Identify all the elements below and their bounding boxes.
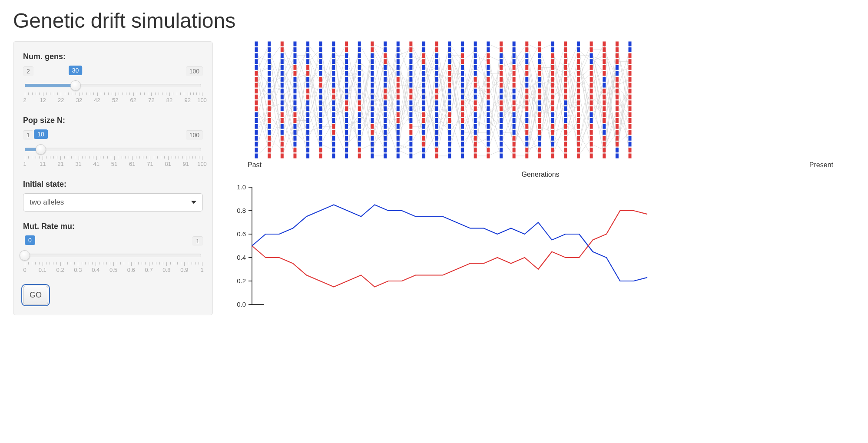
svg-rect-771: [371, 106, 374, 111]
svg-line-251: [411, 103, 424, 109]
svg-rect-1096: [577, 136, 580, 141]
svg-rect-1112: [590, 112, 593, 117]
svg-rect-613: [268, 118, 271, 123]
svg-rect-682: [319, 53, 322, 58]
svg-rect-993: [513, 118, 516, 123]
svg-rect-1102: [590, 53, 593, 58]
svg-rect-888: [448, 89, 451, 93]
pop-size-handle[interactable]: [36, 144, 46, 155]
svg-rect-962: [500, 53, 503, 58]
svg-rect-1100: [590, 42, 593, 46]
svg-rect-1157: [616, 142, 619, 146]
svg-rect-1159: [616, 154, 619, 159]
svg-rect-792: [384, 112, 387, 117]
initial-state-select[interactable]: two alleles: [23, 193, 203, 212]
slider-tick-label: 1: [200, 267, 203, 273]
svg-line-226: [398, 44, 411, 79]
svg-rect-1059: [551, 154, 554, 159]
svg-line-304: [450, 50, 463, 68]
svg-line-535: [591, 50, 604, 132]
svg-rect-1166: [629, 77, 632, 82]
controls-sidebar: Num. gens: 2 30 100 21222324252627282921…: [13, 41, 213, 315]
go-button[interactable]: GO: [23, 286, 48, 304]
svg-line-324: [462, 67, 475, 97]
svg-rect-986: [513, 77, 516, 82]
svg-rect-921: [474, 47, 477, 52]
svg-line-166: [359, 67, 372, 79]
slider-tick-label: 51: [111, 161, 117, 167]
svg-rect-967: [500, 83, 503, 88]
svg-rect-997: [513, 142, 516, 146]
svg-line-348: [475, 44, 488, 91]
svg-line-433: [527, 50, 540, 121]
pedigree-present-label: Present: [809, 161, 833, 169]
svg-rect-954: [487, 124, 490, 129]
svg-line-318: [450, 56, 463, 150]
svg-rect-987: [513, 83, 516, 88]
svg-rect-668: [306, 89, 309, 93]
svg-rect-826: [409, 77, 412, 82]
num-gens-handle[interactable]: [70, 80, 81, 91]
svg-line-53: [282, 121, 295, 156]
svg-rect-1154: [616, 124, 619, 129]
svg-rect-599: [255, 154, 258, 159]
svg-rect-975: [500, 130, 503, 135]
svg-rect-1006: [525, 77, 528, 82]
pop-size-slider[interactable]: [23, 143, 203, 155]
svg-rect-1148: [616, 89, 619, 93]
slider-tick-label: 31: [75, 161, 81, 167]
svg-rect-1075: [564, 130, 567, 135]
svg-rect-1005: [525, 71, 528, 76]
svg-rect-1114: [590, 124, 593, 129]
svg-rect-943: [487, 59, 490, 64]
svg-rect-641: [293, 47, 296, 52]
svg-rect-876: [435, 136, 438, 141]
svg-rect-764: [371, 65, 374, 70]
svg-rect-955: [487, 130, 490, 135]
svg-line-496: [566, 44, 579, 138]
svg-rect-745: [358, 71, 361, 76]
svg-rect-1098: [577, 148, 580, 152]
svg-rect-736: [345, 136, 348, 141]
svg-rect-746: [358, 77, 361, 82]
svg-line-144: [347, 67, 360, 97]
svg-rect-757: [358, 142, 361, 146]
svg-rect-1113: [590, 118, 593, 123]
mut-rate-handle[interactable]: [20, 250, 30, 261]
svg-line-221: [398, 50, 411, 56]
svg-rect-726: [345, 77, 348, 82]
svg-line-184: [372, 44, 385, 67]
svg-line-236: [398, 138, 411, 150]
svg-rect-1039: [538, 154, 541, 159]
svg-rect-944: [487, 65, 490, 70]
svg-line-4: [256, 67, 269, 73]
svg-rect-701: [332, 47, 335, 52]
svg-rect-817: [397, 142, 400, 146]
svg-rect-684: [319, 65, 322, 70]
svg-rect-995: [513, 130, 516, 135]
svg-rect-650: [293, 100, 296, 105]
mut-rate-slider[interactable]: [23, 249, 203, 261]
svg-rect-1065: [564, 71, 567, 76]
svg-rect-951: [487, 106, 490, 111]
svg-rect-906: [461, 77, 464, 82]
svg-rect-667: [306, 83, 309, 88]
svg-rect-618: [268, 148, 271, 152]
svg-rect-976: [500, 136, 503, 141]
svg-rect-697: [319, 142, 322, 146]
svg-line-479: [553, 138, 566, 156]
svg-line-134: [334, 50, 347, 127]
slider-tick-label: 81: [165, 161, 171, 167]
mut-rate-group: Mut. Rate mu: 0 1 00.10.20.30.40.50.60.7…: [23, 222, 203, 275]
svg-rect-1014: [525, 124, 528, 129]
svg-rect-687: [319, 83, 322, 88]
svg-rect-1031: [538, 106, 541, 111]
num-gens-slider[interactable]: [23, 79, 203, 92]
svg-rect-1030: [538, 100, 541, 105]
svg-rect-841: [422, 47, 425, 52]
svg-rect-692: [319, 112, 322, 117]
svg-rect-1052: [551, 112, 554, 117]
svg-rect-1000: [525, 42, 528, 46]
svg-rect-782: [384, 53, 387, 58]
svg-line-216: [385, 67, 398, 138]
